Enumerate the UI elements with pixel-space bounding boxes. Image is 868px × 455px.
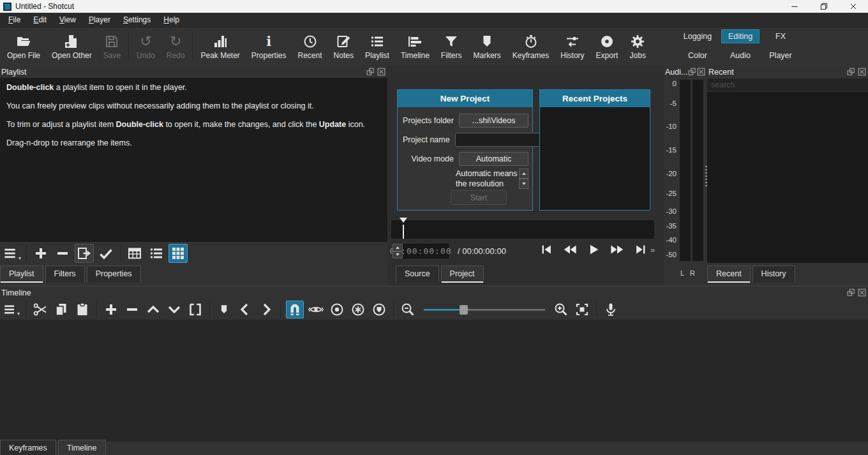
skip-next-button[interactable]: [634, 242, 649, 258]
timeline-button[interactable]: Timeline: [395, 33, 435, 61]
layout-logging[interactable]: Logging: [674, 29, 721, 43]
open-other-button[interactable]: Open Other: [46, 33, 98, 61]
create-marker-button[interactable]: [215, 301, 233, 318]
gear-icon: [630, 34, 645, 49]
lift-button[interactable]: [144, 301, 162, 318]
float-panel-icon[interactable]: [366, 68, 375, 76]
menu-player[interactable]: Player: [82, 13, 117, 27]
tab-properties[interactable]: Properties: [87, 265, 141, 283]
playlist-menu-button[interactable]: ▾: [3, 244, 22, 263]
markers-button[interactable]: Markers: [468, 33, 507, 61]
float-panel-icon[interactable]: [847, 288, 855, 297]
snap-toggle[interactable]: [286, 301, 304, 318]
history-button[interactable]: History: [555, 33, 590, 61]
timecode-up-icon[interactable]: [393, 244, 403, 251]
layout-player[interactable]: Player: [760, 48, 802, 63]
ripple-toggle[interactable]: [328, 301, 346, 318]
ripple-all-tracks-toggle[interactable]: [349, 301, 367, 318]
overwrite-button[interactable]: [165, 301, 183, 318]
rewind-button[interactable]: [563, 242, 578, 258]
playlist-button[interactable]: Playlist: [359, 33, 395, 61]
timeline-menu-button[interactable]: ▾: [3, 301, 20, 318]
undo-button[interactable]: ↺ Undo: [131, 33, 161, 61]
remove-button[interactable]: [53, 244, 72, 263]
close-panel-icon[interactable]: [697, 68, 705, 76]
keyframes-button[interactable]: Keyframes: [507, 33, 555, 61]
restore-button[interactable]: [809, 0, 839, 13]
split-button[interactable]: [186, 301, 204, 318]
skip-previous-button[interactable]: [539, 242, 555, 258]
projects-folder-button[interactable]: ...shi\Videos: [459, 114, 528, 128]
view-tiles-button[interactable]: [147, 244, 166, 263]
float-panel-icon[interactable]: [688, 68, 696, 76]
ripple-delete-button[interactable]: [123, 301, 141, 318]
layout-fx[interactable]: FX: [760, 29, 802, 43]
close-panel-icon[interactable]: [377, 68, 385, 76]
tab-playlist[interactable]: Playlist: [0, 265, 43, 283]
paste-button[interactable]: [73, 301, 91, 318]
properties-button[interactable]: i Properties: [246, 33, 292, 61]
play-button[interactable]: [587, 242, 602, 258]
tab-recent[interactable]: Recent: [707, 265, 751, 283]
start-button[interactable]: Start: [451, 190, 507, 205]
append-button[interactable]: [31, 244, 50, 263]
tab-project[interactable]: Project: [441, 265, 484, 283]
video-mode-button[interactable]: Automatic: [459, 152, 528, 166]
recent-projects-list[interactable]: [540, 107, 650, 210]
layout-audio[interactable]: Audio: [721, 48, 760, 63]
layout-editing[interactable]: Editing: [721, 29, 760, 43]
menu-settings[interactable]: Settings: [117, 13, 157, 27]
playhead-icon[interactable]: [400, 218, 407, 223]
previous-marker-button[interactable]: [236, 301, 254, 318]
view-icons-button[interactable]: [168, 244, 188, 263]
notes-button[interactable]: Notes: [328, 33, 359, 61]
zoom-slider[interactable]: [424, 301, 545, 318]
toolbar-overflow-icon[interactable]: »: [650, 245, 655, 255]
close-panel-icon[interactable]: [858, 68, 866, 76]
menu-view[interactable]: View: [53, 13, 82, 27]
menu-help[interactable]: Help: [157, 13, 186, 27]
tab-history[interactable]: History: [752, 265, 795, 283]
float-panel-icon[interactable]: [847, 68, 855, 76]
zoom-out-button[interactable]: [399, 301, 417, 318]
close-panel-icon[interactable]: [858, 288, 866, 297]
player-scrubber[interactable]: [391, 220, 654, 239]
redo-button[interactable]: ↻ Redo: [161, 33, 191, 61]
jobs-button[interactable]: Jobs: [624, 33, 652, 61]
record-audio-button[interactable]: [602, 301, 620, 318]
search-input[interactable]: [707, 78, 868, 92]
cut-button[interactable]: [31, 301, 49, 318]
menu-file[interactable]: File: [2, 13, 27, 27]
minimize-button[interactable]: [780, 0, 809, 13]
ripple-markers-toggle[interactable]: [370, 301, 388, 318]
copy-button[interactable]: [52, 301, 70, 318]
zoom-fit-button[interactable]: [573, 301, 591, 318]
timeline-tracks-area[interactable]: [0, 320, 868, 442]
open-file-button[interactable]: Open File: [1, 33, 46, 61]
slider-handle[interactable]: [460, 305, 468, 315]
tab-filters[interactable]: Filters: [45, 265, 85, 283]
close-button[interactable]: [839, 0, 868, 13]
next-marker-button[interactable]: [257, 301, 275, 318]
tab-timeline[interactable]: Timeline: [58, 440, 106, 455]
append-clip-button[interactable]: [102, 301, 120, 318]
tab-source[interactable]: Source: [396, 265, 439, 283]
recent-files-list[interactable]: [707, 92, 868, 263]
open-as-clip-button[interactable]: [75, 244, 94, 263]
export-button[interactable]: Export: [590, 33, 624, 61]
fast-forward-button[interactable]: [610, 242, 625, 258]
menu-edit[interactable]: Edit: [27, 13, 53, 27]
scroll-up-icon[interactable]: [519, 168, 528, 179]
view-details-button[interactable]: [125, 244, 144, 263]
save-button[interactable]: Save: [98, 33, 126, 61]
filters-button[interactable]: Filters: [435, 33, 468, 61]
scroll-down-icon[interactable]: [519, 179, 528, 189]
tab-keyframes[interactable]: Keyframes: [0, 440, 56, 455]
peak-meter-button[interactable]: Peak Meter: [195, 33, 245, 61]
scrub-while-dragging-toggle[interactable]: [307, 301, 325, 318]
update-button[interactable]: [96, 244, 116, 263]
zoom-in-button[interactable]: [552, 301, 570, 318]
recent-button[interactable]: Recent: [292, 33, 328, 61]
layout-color[interactable]: Color: [674, 48, 721, 63]
timecode-down-icon[interactable]: [393, 251, 403, 259]
